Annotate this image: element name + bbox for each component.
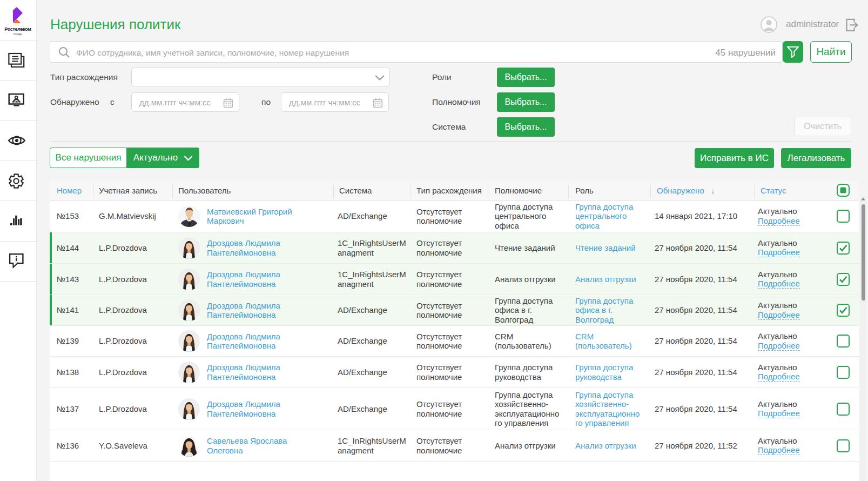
svg-text:Солар: Солар (14, 32, 22, 36)
svg-text:Ростелеком: Ростелеком (4, 26, 31, 32)
